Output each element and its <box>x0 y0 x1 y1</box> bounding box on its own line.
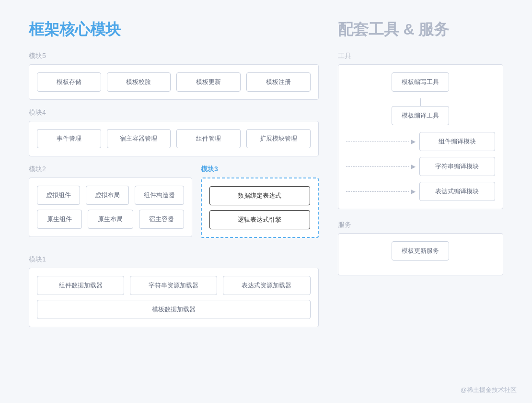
left-title: 框架核心模块 <box>29 19 319 40</box>
module2-row2: 原生组件 原生布局 宿主容器 <box>37 210 184 229</box>
module2-wrap: 模块2 虚拟组件 虚拟布局 组件构造器 原生组件 原生布局 宿主容器 <box>29 165 192 246</box>
services-label: 服务 <box>338 221 503 229</box>
module3-box-1: 逻辑表达式引擎 <box>209 210 310 229</box>
sub-tool-box-1: 字符串编译模块 <box>419 157 495 176</box>
left-section: 框架核心模块 模块5 模板存储 模板校脸 模板更新 模板注册 模块4 事件管理 … <box>29 19 319 336</box>
module5-box-1: 模板校脸 <box>107 72 171 92</box>
module3-container: 数据绑定表达式 逻辑表达式引擎 <box>201 178 319 238</box>
module3-wrap: 模块3 数据绑定表达式 逻辑表达式引擎 <box>201 165 319 247</box>
module5-box-2: 模板更新 <box>176 72 241 92</box>
module1-row1: 组件数据加载器 字符串资源加载器 表达式资源加载器 <box>37 276 311 295</box>
module1-box-2: 表达式资源加载器 <box>223 276 310 295</box>
right-title: 配套工具 & 服务 <box>338 19 503 40</box>
module3-label: 模块3 <box>201 165 319 174</box>
module5-box-3: 模板注册 <box>246 72 311 92</box>
module2-box-5: 宿主容器 <box>139 210 184 229</box>
tool-top2-box: 模板编译工具 <box>392 106 449 125</box>
v-line-1 <box>420 98 421 106</box>
arrow-1: ▶ <box>411 163 416 170</box>
sub-tool-row-2: ▶ 表达式编译模块 <box>346 182 495 201</box>
module4-row: 事件管理 宿主容器管理 组件管理 扩展模块管理 <box>37 129 311 148</box>
module1-row2: 模板数据加载器 <box>37 300 311 319</box>
sub-tool-row-0: ▶ 组件编译模块 <box>346 132 495 151</box>
tools-container: 模板编写工具 模板编译工具 ▶ 组件编译模块 <box>338 64 503 209</box>
module2-box-2: 组件构造器 <box>135 186 184 205</box>
watermark: @稀土掘金技术社区 <box>461 386 517 394</box>
dash-0 <box>346 142 409 142</box>
dash-1 <box>346 166 409 167</box>
module1-box-1: 字符串资源加载器 <box>130 276 217 295</box>
tool-branches: ▶ 组件编译模块 ▶ 字符串编译模块 ▶ 表达式编译模块 <box>346 132 495 201</box>
sub-tool-box-2: 表达式编译模块 <box>419 182 495 201</box>
right-section: 配套工具 & 服务 工具 模板编写工具 模板编译工具 <box>338 19 503 336</box>
module4-box-3: 扩展模块管理 <box>246 129 311 148</box>
module5-box-0: 模板存储 <box>37 72 101 92</box>
module2-row1: 虚拟组件 虚拟布局 组件构造器 <box>37 186 184 205</box>
module1-label: 模块1 <box>29 255 319 264</box>
services-container: 模板更新服务 <box>338 233 503 275</box>
module4-label: 模块4 <box>29 108 319 117</box>
tools-section: 工具 模板编写工具 模板编译工具 <box>338 52 503 209</box>
services-section: 服务 模板更新服务 <box>338 221 503 275</box>
module4-box-0: 事件管理 <box>37 129 101 148</box>
tool-top2-row: 模板编译工具 <box>346 106 495 132</box>
arrow-0: ▶ <box>411 138 416 145</box>
sub-tool-row-1: ▶ 字符串编译模块 <box>346 157 495 176</box>
module4-container: 事件管理 宿主容器管理 组件管理 扩展模块管理 <box>29 121 319 156</box>
module5-label: 模块5 <box>29 52 319 60</box>
module4-box-1: 宿主容器管理 <box>107 129 171 148</box>
service-box: 模板更新服务 <box>392 241 449 261</box>
module4-box-2: 组件管理 <box>176 129 241 148</box>
module1-box-3: 模板数据加载器 <box>37 300 311 319</box>
dash-2 <box>346 191 409 192</box>
module1-container: 组件数据加载器 字符串资源加载器 表达式资源加载器 模板数据加载器 <box>29 268 319 327</box>
module3-box-0: 数据绑定表达式 <box>209 186 310 205</box>
module2-container: 虚拟组件 虚拟布局 组件构造器 原生组件 原生布局 宿主容器 <box>29 178 192 237</box>
module1-box-0: 组件数据加载器 <box>37 276 124 295</box>
tool-top1-box: 模板编写工具 <box>392 72 449 92</box>
sub-tool-box-0: 组件编译模块 <box>419 132 495 151</box>
service-box-row: 模板更新服务 <box>346 241 495 267</box>
arrow-2: ▶ <box>411 188 416 195</box>
module2-box-4: 原生布局 <box>88 210 133 229</box>
module2-3-combined: 模块2 虚拟组件 虚拟布局 组件构造器 原生组件 原生布局 宿主容器 模块 <box>29 165 319 247</box>
module2-label: 模块2 <box>29 165 192 174</box>
module3-row1: 数据绑定表达式 <box>209 186 310 205</box>
tool-top1-row: 模板编写工具 <box>346 72 495 98</box>
module5-row: 模板存储 模板校脸 模板更新 模板注册 <box>37 72 311 92</box>
module3-row2: 逻辑表达式引擎 <box>209 210 310 229</box>
module2-box-1: 虚拟布局 <box>86 186 129 205</box>
module2-box-0: 虚拟组件 <box>37 186 80 205</box>
module2-box-3: 原生组件 <box>37 210 82 229</box>
module5-container: 模板存储 模板校脸 模板更新 模板注册 <box>29 64 319 100</box>
tools-label: 工具 <box>338 52 503 60</box>
tools-tree: 模板编写工具 模板编译工具 ▶ 组件编译模块 <box>346 72 495 201</box>
